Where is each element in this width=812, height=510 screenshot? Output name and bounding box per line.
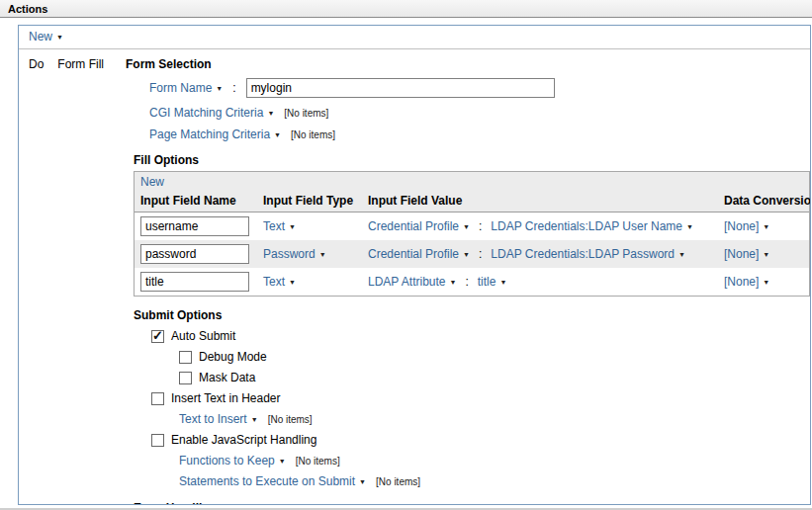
chevron-down-icon: ▼ xyxy=(763,223,769,230)
text-to-insert-label: Text to Insert xyxy=(179,412,247,426)
value-detail-label: LDAP Credentials:LDAP Password xyxy=(491,247,675,261)
insert-text-row: Insert Text in Header xyxy=(151,391,810,405)
error-handling-title: Error Handling xyxy=(134,501,810,505)
field-name-input[interactable] xyxy=(140,216,249,236)
do-label: Do xyxy=(29,57,44,71)
table-row: Text▼ Credential Profile▼ : LDAP Credent… xyxy=(135,212,809,240)
value-detail-dropdown[interactable]: LDAP Credentials:LDAP User Name▼ xyxy=(491,219,693,233)
data-conversion-label: [None] xyxy=(724,219,759,233)
chevron-down-icon: ▼ xyxy=(251,416,258,423)
field-type-dropdown[interactable]: Password▼ xyxy=(263,247,326,261)
text-to-insert-dropdown[interactable]: Text to Insert▼ xyxy=(179,412,258,426)
value-source-dropdown[interactable]: Credential Profile▼ xyxy=(368,247,470,261)
value-separator: : xyxy=(465,275,468,289)
auto-submit-checkbox[interactable] xyxy=(151,330,164,343)
debug-mode-row: Debug Mode xyxy=(179,350,810,364)
insert-text-checkbox[interactable] xyxy=(151,392,164,405)
table-row: Text▼ LDAP Attribute▼ : title▼ xyxy=(135,268,809,296)
mask-data-label: Mask Data xyxy=(199,371,255,384)
field-name-input[interactable] xyxy=(140,272,249,292)
action-row: Do Form Fill Form Selection xyxy=(29,57,810,71)
page-matching-dropdown[interactable]: Page Matching Criteria▼ xyxy=(149,128,281,141)
chevron-down-icon: ▼ xyxy=(279,458,286,465)
functions-to-keep-label: Functions to Keep xyxy=(179,454,275,468)
value-detail-dropdown[interactable]: title▼ xyxy=(478,275,507,289)
col-input-field-name: Input Field Name xyxy=(135,191,257,212)
chevron-down-icon: ▼ xyxy=(289,223,296,230)
chevron-down-icon: ▼ xyxy=(56,34,63,41)
chevron-down-icon: ▼ xyxy=(463,251,470,258)
enable-javascript-row: Enable JavaScript Handling xyxy=(151,433,810,447)
data-conversion-dropdown[interactable]: [None]▼ xyxy=(724,219,769,233)
form-name-dropdown[interactable]: Form Name▼ xyxy=(149,81,223,95)
auto-submit-row: Auto Submit xyxy=(151,329,810,343)
field-type-dropdown[interactable]: Text▼ xyxy=(263,219,296,233)
mask-data-row: Mask Data xyxy=(179,371,810,384)
value-detail-label: LDAP Credentials:LDAP User Name xyxy=(491,219,682,233)
col-data-conversion: Data Conversion xyxy=(718,191,809,212)
value-source-label: Credential Profile xyxy=(368,219,459,233)
form-selection-section: Form Name▼ : CGI Matching Criteria▼ [No … xyxy=(134,78,810,141)
table-new-row: New xyxy=(135,172,809,191)
auto-submit-label: Auto Submit xyxy=(171,329,235,343)
chevron-down-icon: ▼ xyxy=(463,223,470,230)
chevron-down-icon: ▼ xyxy=(267,110,274,117)
field-name-input[interactable] xyxy=(140,244,249,264)
functions-to-keep-dropdown[interactable]: Functions to Keep▼ xyxy=(179,454,286,468)
value-source-dropdown[interactable]: LDAP Attribute▼ xyxy=(368,275,456,289)
panel-body: Do Form Fill Form Selection Form Name▼ :… xyxy=(19,49,810,505)
debug-mode-checkbox[interactable] xyxy=(179,351,192,364)
form-name-input[interactable] xyxy=(246,78,555,98)
chevron-down-icon: ▼ xyxy=(450,279,457,286)
value-detail-label: title xyxy=(478,275,496,289)
value-source-label: LDAP Attribute xyxy=(368,275,446,289)
field-type-dropdown[interactable]: Text▼ xyxy=(263,275,296,289)
new-action-label: New xyxy=(29,30,52,43)
value-separator: : xyxy=(479,219,482,233)
form-name-label: Form Name xyxy=(149,81,212,95)
page-matching-status: [No items] xyxy=(291,129,335,140)
enable-javascript-label: Enable JavaScript Handling xyxy=(171,433,316,447)
value-source-label: Credential Profile xyxy=(368,247,459,261)
functions-to-keep-status: [No items] xyxy=(296,456,340,467)
col-input-field-type: Input Field Type xyxy=(257,191,362,212)
statements-to-execute-dropdown[interactable]: Statements to Execute on Submit▼ xyxy=(179,474,366,488)
actions-header: Actions xyxy=(0,0,812,18)
page-matching-row: Page Matching Criteria▼ [No items] xyxy=(149,128,810,141)
cgi-matching-status: [No items] xyxy=(284,108,328,119)
chevron-down-icon: ▼ xyxy=(499,279,506,286)
mask-data-checkbox[interactable] xyxy=(179,372,192,384)
chevron-down-icon: ▼ xyxy=(289,279,296,286)
data-conversion-label: [None] xyxy=(724,275,759,289)
statements-to-execute-row: Statements to Execute on Submit▼ [No ite… xyxy=(179,474,810,488)
chevron-down-icon: ▼ xyxy=(763,279,769,286)
new-action-dropdown[interactable]: New▼ xyxy=(29,30,63,43)
data-conversion-dropdown[interactable]: [None]▼ xyxy=(724,247,769,261)
chevron-down-icon: ▼ xyxy=(686,223,693,230)
submit-options-title: Submit Options xyxy=(134,308,810,322)
enable-javascript-checkbox[interactable] xyxy=(151,434,164,447)
chevron-down-icon: ▼ xyxy=(359,478,366,485)
chevron-down-icon: ▼ xyxy=(274,131,281,138)
data-conversion-dropdown[interactable]: [None]▼ xyxy=(724,275,769,289)
actions-title: Actions xyxy=(8,3,47,15)
form-name-row: Form Name▼ : xyxy=(149,78,810,98)
cgi-matching-row: CGI Matching Criteria▼ [No items] xyxy=(149,106,810,120)
value-source-dropdown[interactable]: Credential Profile▼ xyxy=(368,219,470,233)
new-action-row: New▼ xyxy=(19,26,810,49)
table-column-headers: Input Field Name Input Field Type Input … xyxy=(135,191,809,212)
chevron-down-icon: ▼ xyxy=(678,251,685,258)
table-new-button[interactable]: New xyxy=(140,175,164,189)
actions-panel: New▼ Do Form Fill Form Selection Form Na… xyxy=(18,25,811,505)
value-detail-dropdown[interactable]: LDAP Credentials:LDAP Password▼ xyxy=(491,247,685,261)
cgi-matching-dropdown[interactable]: CGI Matching Criteria▼ xyxy=(149,106,274,120)
value-separator: : xyxy=(479,247,482,261)
action-type-label: Form Fill xyxy=(57,57,104,71)
debug-mode-label: Debug Mode xyxy=(199,350,267,364)
insert-text-label: Insert Text in Header xyxy=(171,391,281,405)
fill-options-table: New Input Field Name Input Field Type In… xyxy=(134,171,810,297)
form-name-separator: : xyxy=(232,81,235,95)
functions-to-keep-row: Functions to Keep▼ [No items] xyxy=(179,454,810,468)
chevron-down-icon: ▼ xyxy=(763,251,769,258)
text-to-insert-status: [No items] xyxy=(268,414,313,425)
